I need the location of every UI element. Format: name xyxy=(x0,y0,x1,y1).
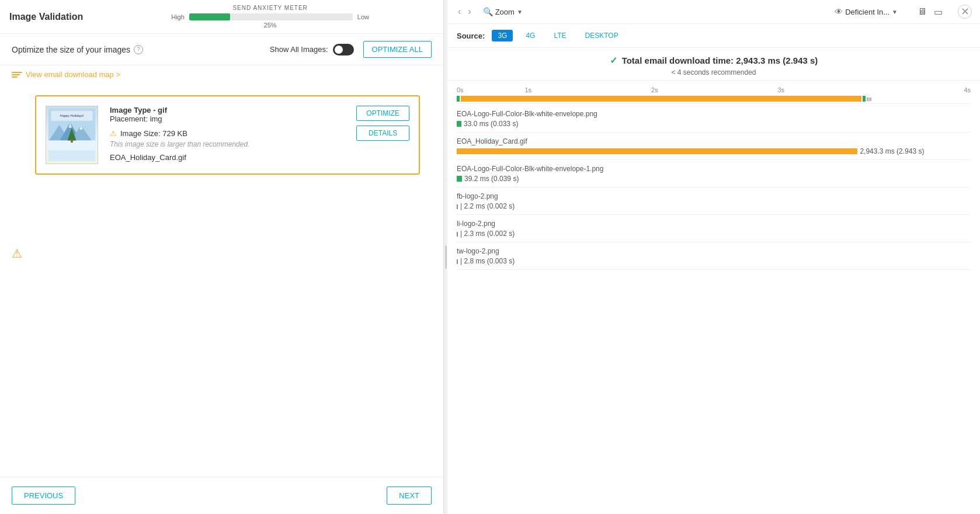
axis-3s: 3s xyxy=(718,86,845,93)
eye-icon: 👁 xyxy=(835,7,843,16)
zoom-icon: 🔍 xyxy=(483,7,493,16)
download-summary: ✓ Total email download time: 2,943.3 ms … xyxy=(447,48,980,81)
chart-bar-row-1: 33.0 ms (0.033 s) xyxy=(457,120,971,127)
overview-bars xyxy=(457,97,971,104)
image-actions: OPTIMIZE DETAILS xyxy=(356,106,409,141)
axis-2s: 2s xyxy=(592,86,718,93)
chart-area: 0s 1s 2s 3s 4s xyxy=(447,81,980,514)
images-content: ⚠ xyxy=(0,86,443,477)
time-axis: 0s 1s 2s 3s 4s xyxy=(457,81,971,97)
deficient-chevron-icon: ▼ xyxy=(892,9,898,15)
bar-2 xyxy=(457,148,857,154)
overview-bar-2 xyxy=(461,96,861,102)
lines-icon xyxy=(12,72,22,78)
optimize-button[interactable]: OPTIMIZE xyxy=(356,106,409,121)
download-subtitle: < 4 seconds recommended xyxy=(447,68,980,77)
svg-text:Happy Holidays!: Happy Holidays! xyxy=(60,114,84,117)
deficient-control[interactable]: 👁 Deficient In... ▼ xyxy=(835,7,898,16)
right-content: ✓ Total email download time: 2,943.3 ms … xyxy=(447,48,980,514)
page-title: Image Validation xyxy=(9,12,83,22)
chart-bar-row-5: | 2.3 ms (0.002 s) xyxy=(457,230,971,237)
source-3g-button[interactable]: 3G xyxy=(492,30,513,41)
chart-filename-4: fb-logo-2.png xyxy=(457,192,971,200)
chart-filename-5: li-logo-2.png xyxy=(457,220,971,228)
bar-5 xyxy=(457,232,458,237)
overview-bar-1 xyxy=(457,96,460,102)
overview-bar-6 xyxy=(870,98,871,101)
close-button[interactable]: ✕ xyxy=(958,5,972,19)
image-info: Image Type - gif Placement: img ⚠ Image … xyxy=(110,106,345,162)
bar-1 xyxy=(457,121,461,127)
zoom-control[interactable]: 🔍 Zoom ▼ xyxy=(483,7,523,16)
chart-file-row-1: EOA-Logo-Full-Color-Blk-white-envelope.p… xyxy=(457,105,971,133)
right-panel: ‹ › 🔍 Zoom ▼ 👁 Deficient In... ▼ 🖥 ▭ ✕ S… xyxy=(447,0,980,514)
show-all-label: Show All Images: xyxy=(270,45,328,54)
divider-handle xyxy=(445,245,447,269)
chart-time-4: | 2.2 ms (0.002 s) xyxy=(460,202,515,210)
check-circle-icon: ✓ xyxy=(610,55,617,66)
chart-filename-3: EOA-Logo-Full-Color-Blk-white-envelope-1… xyxy=(457,165,971,173)
low-label: Low xyxy=(357,13,369,20)
zoom-chevron-icon: ▼ xyxy=(517,9,523,15)
chart-time-1: 33.0 ms (0.033 s) xyxy=(464,120,518,128)
forward-arrow-button[interactable]: › xyxy=(465,5,473,18)
warning-triangle-icon: ⚠ xyxy=(12,246,22,261)
overview-bar-4 xyxy=(867,98,868,101)
chart-time-3: 39.2 ms (0.039 s) xyxy=(464,175,519,183)
left-footer: PREVIOUS NEXT xyxy=(0,477,443,514)
source-lte-button[interactable]: LTE xyxy=(548,30,572,41)
previous-button[interactable]: PREVIOUS xyxy=(12,487,75,505)
download-title: ✓ Total email download time: 2,943.3 ms … xyxy=(447,55,980,66)
image-type: Image Type - gif xyxy=(110,106,345,114)
svg-rect-7 xyxy=(71,140,73,143)
chart-time-5: | 2.3 ms (0.002 s) xyxy=(460,230,515,238)
device-icons: 🖥 ▭ xyxy=(916,5,944,19)
overview-bar-5 xyxy=(868,98,870,101)
details-button[interactable]: DETAILS xyxy=(356,126,409,141)
chart-file-row-6: tw-logo-2.png | 2.8 ms (0.003 s) xyxy=(457,242,971,270)
anxiety-percentage: 25% xyxy=(264,22,277,29)
next-button[interactable]: NEXT xyxy=(387,487,432,505)
desktop-icon[interactable]: 🖥 xyxy=(916,5,928,19)
image-card: Happy Holidays! Image Type - gif Placeme… xyxy=(35,95,420,175)
tablet-icon[interactable]: ▭ xyxy=(933,5,944,19)
chart-file-row-4: fb-logo-2.png | 2.2 ms (0.002 s) xyxy=(457,187,971,215)
left-panel: Image Validation SEND ANXIETY METER High… xyxy=(0,0,444,514)
anxiety-track xyxy=(189,13,353,20)
source-bar: Source: 3G 4G LTE DESKTOP xyxy=(447,24,980,48)
chart-file-row-5: li-logo-2.png | 2.3 ms (0.002 s) xyxy=(457,215,971,242)
image-preview: Happy Holidays! xyxy=(46,106,98,164)
chart-file-row-2: EOA_Holiday_Card.gif 2,943.3 ms (2.943 s… xyxy=(457,133,971,160)
axis-4s: 4s xyxy=(845,86,971,93)
image-size-row: ⚠ Image Size: 729 KB xyxy=(110,129,345,138)
anxiety-label: SEND ANXIETY METER xyxy=(232,5,307,11)
chart-bar-row-2: 2,943.3 ms (2.943 s) xyxy=(457,148,971,155)
overview-bar-3 xyxy=(863,96,866,102)
source-label: Source: xyxy=(457,32,485,40)
toolbar: Optimize the size of your images ? Show … xyxy=(0,34,443,65)
download-map-link[interactable]: View email download map > xyxy=(12,70,432,79)
chart-bar-row-6: | 2.8 ms (0.003 s) xyxy=(457,258,971,265)
axis-0s: 0s xyxy=(457,86,465,93)
source-4g-button[interactable]: 4G xyxy=(520,30,541,41)
chart-filename-2: EOA_Holiday_Card.gif xyxy=(457,137,971,145)
anxiety-bar-row: High Low xyxy=(106,13,434,20)
optimize-all-button[interactable]: OPTIMIZE ALL xyxy=(363,41,432,58)
filename: EOA_Holiday_Card.gif xyxy=(110,153,345,162)
preview-illustration: Happy Holidays! xyxy=(47,109,97,161)
size-warning: This image size is larger than recommend… xyxy=(110,140,345,148)
size-warn-icon: ⚠ xyxy=(110,129,117,138)
right-header: ‹ › 🔍 Zoom ▼ 👁 Deficient In... ▼ 🖥 ▭ ✕ xyxy=(447,0,980,24)
placement: Placement: img xyxy=(110,114,345,123)
back-arrow-button[interactable]: ‹ xyxy=(456,5,463,18)
nav-arrows: ‹ › xyxy=(456,5,474,18)
optimize-label: Optimize the size of your images ? xyxy=(12,45,143,54)
bar-4 xyxy=(457,204,458,209)
show-all-toggle[interactable] xyxy=(333,44,354,55)
chart-filename-6: tw-logo-2.png xyxy=(457,247,971,255)
bar-6 xyxy=(457,259,458,264)
source-desktop-button[interactable]: DESKTOP xyxy=(579,30,624,41)
help-icon[interactable]: ? xyxy=(134,45,143,54)
anxiety-meter: SEND ANXIETY METER High Low 25% xyxy=(106,5,434,29)
chart-time-6: | 2.8 ms (0.003 s) xyxy=(460,257,515,265)
